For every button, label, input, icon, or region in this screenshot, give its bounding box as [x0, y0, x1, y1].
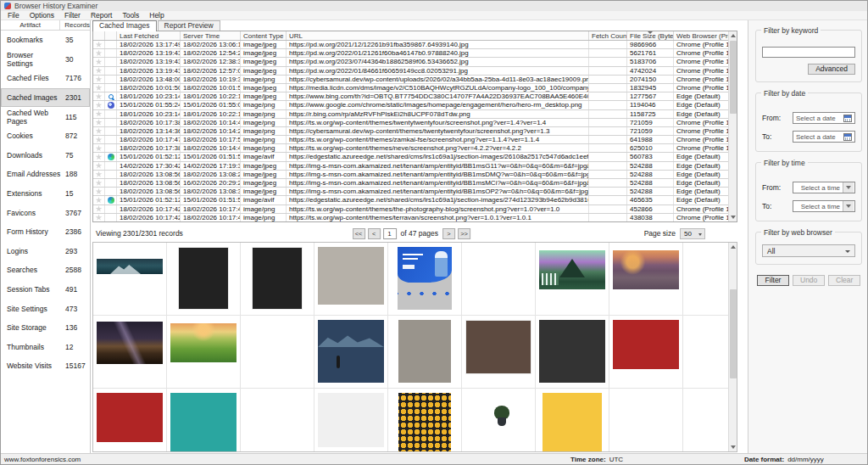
thumbnail-yellow-digital-agency-webpage[interactable]	[539, 320, 605, 383]
dropdown-arrow-icon[interactable]	[843, 201, 854, 211]
web-browser-select[interactable]: All	[762, 244, 855, 257]
scroll-down-icon[interactable]	[729, 443, 737, 451]
thumbnail-scrollbar-thumb[interactable]	[730, 289, 737, 378]
thumbnail-architecture-webpage[interactable]	[178, 247, 229, 310]
sidebar-item-thumbnails[interactable]: Thumbnails12	[1, 338, 90, 357]
table-row[interactable]: 18/02/2026 10:17:4218/02/2026 10:17:49im…	[93, 205, 728, 214]
thumbnail-plant-on-table-photo[interactable]	[466, 400, 531, 447]
sidebar-item-email-addresses[interactable]: Email Addresses188	[1, 165, 90, 184]
thumbnail-scrollbar[interactable]	[728, 243, 737, 451]
menu-options[interactable]: Options	[25, 11, 59, 20]
thumbnail-cell[interactable]	[462, 389, 536, 451]
table-row[interactable]: 15/01/2026 01:55:2415/01/2026 01:55:07im…	[93, 101, 728, 109]
bookmark-star-icon[interactable]	[96, 197, 103, 204]
bookmark-star-icon[interactable]	[96, 93, 103, 100]
thumbnail-cell[interactable]	[388, 316, 462, 389]
menu-file[interactable]: File	[3, 11, 25, 20]
thumbnail-cell[interactable]	[93, 389, 167, 451]
thumbnail-cell[interactable]	[167, 316, 241, 389]
bookmark-star-icon[interactable]	[96, 188, 103, 195]
thumbnail-cell[interactable]	[167, 243, 241, 316]
filter-button[interactable]: Filter	[757, 275, 789, 286]
menu-report[interactable]: Report	[86, 11, 118, 20]
thumbnail-dark-creative-webpage[interactable]	[318, 393, 384, 447]
sidebar-item-cached-files[interactable]: Cached Files7176	[1, 69, 90, 88]
date-to-picker[interactable]: Select a date	[793, 131, 855, 143]
thumbnail-blue-hosting-webpage[interactable]	[398, 247, 452, 310]
first-page-button[interactable]: <<	[353, 228, 365, 239]
column-header-last-fetched[interactable]: Last Fetched	[117, 31, 181, 40]
thumbnail-cell-empty[interactable]	[683, 316, 728, 389]
page-number-input[interactable]: 1	[383, 228, 397, 239]
thumbnail-white-blog-article-webpage[interactable]	[465, 320, 531, 374]
thumbnail-green-valley-sunset-photo[interactable]	[170, 323, 236, 362]
thumbnail-cell[interactable]	[388, 243, 462, 316]
column-header-fetch-count[interactable]: Fetch Count	[589, 31, 627, 40]
bookmark-star-icon[interactable]	[96, 102, 103, 109]
thumbnail-cell-empty[interactable]	[683, 389, 728, 451]
table-row[interactable]: 18/02/2026 13:19:4318/02/2026 12:57:08im…	[93, 67, 728, 76]
thumbnail-purple-idea-webpage[interactable]	[244, 393, 310, 451]
bookmark-star-icon[interactable]	[96, 85, 103, 92]
thumbnail-cell[interactable]	[314, 389, 388, 451]
column-header-server-time[interactable]: Server Time	[181, 31, 241, 40]
bookmark-star-icon[interactable]	[96, 76, 103, 82]
thumbnail-cell[interactable]	[314, 316, 388, 389]
thumbnail-cell[interactable]	[536, 243, 609, 316]
sidebar-item-session-tabs[interactable]: Session Tabs491	[1, 280, 90, 300]
bookmark-star-icon[interactable]	[96, 110, 103, 117]
thumbnail-cell[interactable]	[536, 316, 609, 389]
tab-cached-images[interactable]: Cached Images	[92, 20, 157, 31]
bookmark-star-icon[interactable]	[96, 119, 103, 126]
thumbnail-cell[interactable]	[536, 389, 609, 451]
time-to-select[interactable]: Select a time	[793, 200, 855, 212]
sidebar-item-site-storage[interactable]: Site Storage136	[1, 318, 90, 338]
thumbnail-cell-empty[interactable]	[462, 243, 536, 316]
vendor-website-link[interactable]: www.foxtonforensics.com	[4, 456, 81, 463]
thumbnail-cell[interactable]	[167, 389, 241, 451]
column-header-url[interactable]: URL	[287, 31, 589, 40]
thumbnail-cell[interactable]	[609, 316, 683, 389]
keyword-input[interactable]	[762, 47, 855, 58]
advanced-button[interactable]: Advanced	[808, 64, 855, 75]
date-from-picker[interactable]: Select a date	[793, 112, 855, 124]
bookmark-star-icon[interactable]	[96, 137, 103, 143]
table-row[interactable]: 18/02/2026 13:17:4918/02/2026 13:06:16im…	[93, 41, 728, 49]
table-scrollbar-thumb[interactable]	[730, 41, 737, 114]
sidebar-item-site-settings[interactable]: Site Settings473	[1, 299, 90, 318]
time-from-select[interactable]: Select a time	[793, 182, 855, 193]
thumbnail-purple-city-webpage[interactable]	[614, 396, 678, 445]
column-header-content-type[interactable]: Content Type	[241, 31, 287, 40]
bookmark-star-icon[interactable]	[96, 42, 103, 48]
table-row[interactable]: 18/02/2026 13:48:0018/02/2026 10:19:33im…	[93, 76, 728, 84]
sidebar-item-cached-images[interactable]: Cached Images2301	[1, 88, 90, 108]
table-row[interactable]: 18/02/2026 10:17:3818/02/2026 10:14:48im…	[93, 119, 728, 127]
table-row[interactable]: 18/02/2026 13:08:5616/02/2026 20:29:23im…	[93, 179, 728, 188]
thumbnail-cream-photography-webpage[interactable]	[398, 320, 451, 383]
table-row[interactable]: 15/01/2026 01:52:1215/01/2026 01:51:55im…	[93, 153, 728, 161]
scroll-down-icon[interactable]	[729, 213, 737, 221]
table-row[interactable]: 18/02/2026 13:19:4318/02/2026 12:54:22im…	[93, 49, 728, 58]
sidebar-item-searches[interactable]: Searches2588	[1, 261, 90, 280]
thumbnail-dark-gallery-webpage[interactable]	[170, 393, 236, 451]
thumbnail-dark-dojo-webpage[interactable]	[318, 247, 384, 305]
thumbnail-cell[interactable]	[93, 316, 167, 389]
scroll-up-icon[interactable]	[729, 31, 737, 40]
column-header-icon[interactable]	[105, 31, 117, 40]
sidebar-item-logins[interactable]: Logins293	[1, 242, 90, 261]
thumbnail-cell[interactable]	[609, 243, 683, 316]
table-row[interactable]: 18/01/2026 10:23:1418/01/2026 10:22:13im…	[93, 110, 728, 119]
thumbnail-headphones-shop-webpage[interactable]	[398, 393, 451, 451]
sidebar-item-cookies[interactable]: Cookies872	[1, 126, 90, 146]
thumbnail-cell[interactable]	[93, 243, 167, 316]
bookmark-star-icon[interactable]	[96, 127, 103, 134]
sidebar-item-bookmarks[interactable]: Bookmarks35	[1, 31, 90, 50]
sidebar-item-cached-web-pages[interactable]: Cached Web Pages115	[1, 107, 90, 126]
table-row[interactable]: 18/02/2026 13:19:4318/02/2026 12:38:33im…	[93, 58, 728, 66]
table-row[interactable]: 18/02/2026 10:17:3818/02/2026 10:14:48im…	[93, 144, 728, 153]
calendar-icon[interactable]	[842, 113, 854, 123]
bookmark-star-icon[interactable]	[96, 162, 103, 169]
thumbnail-digital-forensics-banner[interactable]	[97, 393, 163, 442]
thumbnail-cell[interactable]	[241, 243, 314, 316]
thumbnail-cell-empty[interactable]	[241, 316, 314, 389]
